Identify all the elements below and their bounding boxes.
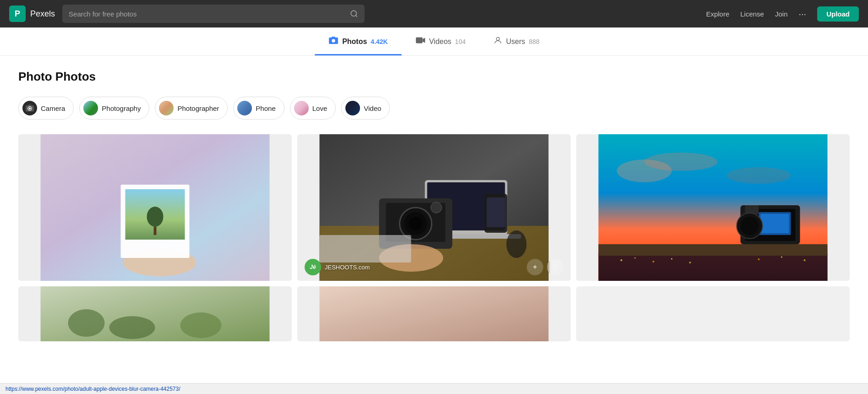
svg-point-52: [741, 217, 759, 235]
tab-users[interactable]: Users 888: [480, 27, 553, 55]
photo-card-2[interactable]: Jé JESHOOTS.com + ♡: [297, 134, 571, 281]
chip-phone-label: Phone: [256, 104, 275, 112]
chip-camera-avatar: [22, 101, 37, 115]
svg-rect-4: [332, 37, 335, 38]
users-tab-icon: [493, 36, 502, 47]
chip-phone[interactable]: Phone: [233, 97, 284, 120]
add-to-collection-button[interactable]: +: [527, 259, 543, 275]
chip-photography[interactable]: Photography: [79, 97, 149, 120]
header: P Pexels photo Explore License Join ··· …: [0, 0, 868, 27]
chip-video-label: Video: [364, 104, 381, 112]
svg-point-42: [758, 258, 760, 260]
overlay-actions: + ♡: [527, 259, 563, 275]
chip-video-avatar: [345, 101, 360, 115]
page-title: Photo Photos: [18, 70, 850, 84]
like-button[interactable]: ♡: [547, 259, 563, 275]
nav-join[interactable]: Join: [775, 10, 788, 18]
photo-card-5[interactable]: [297, 286, 571, 341]
svg-rect-5: [416, 38, 423, 44]
photographer-logo: Jé: [305, 259, 321, 275]
svg-rect-18: [154, 227, 157, 235]
chip-love-label: Love: [312, 104, 328, 112]
header-nav: Explore License Join ··· Upload: [706, 6, 859, 22]
chip-phone-avatar: [237, 101, 252, 115]
nav-license[interactable]: License: [740, 10, 764, 18]
chip-photography-avatar: [83, 101, 98, 115]
photo-image-1: [18, 134, 292, 281]
search-icon: [350, 10, 358, 18]
svg-rect-25: [487, 197, 505, 227]
svg-point-44: [804, 259, 806, 261]
videos-tab-icon: [415, 36, 426, 47]
svg-point-31: [431, 202, 442, 213]
main-content: Photo Photos Camera Photography Photogra…: [0, 56, 868, 350]
videos-tab-label: Videos: [429, 38, 452, 46]
photos-tab-label: Photos: [342, 38, 367, 46]
svg-point-3: [332, 39, 335, 42]
nav-explore[interactable]: Explore: [706, 10, 729, 18]
svg-point-58: [109, 316, 155, 339]
chip-camera[interactable]: Camera: [18, 97, 74, 120]
svg-point-37: [621, 259, 622, 261]
tab-photos[interactable]: Photos 4.42K: [315, 28, 402, 55]
svg-rect-60: [320, 286, 549, 341]
pexels-logo-icon[interactable]: P: [9, 5, 26, 22]
svg-point-55: [727, 167, 791, 184]
svg-line-1: [356, 15, 357, 16]
photo-card-3[interactable]: [576, 134, 850, 281]
svg-point-38: [634, 257, 636, 259]
photo-image-3: [576, 134, 850, 281]
svg-point-7: [496, 37, 499, 40]
bottom-photo-grid: [18, 286, 850, 341]
videos-tab-count: 104: [455, 38, 465, 45]
brand-name: Pexels: [30, 9, 55, 19]
photographer-badge: Jé JESHOOTS.com: [305, 259, 522, 275]
svg-marker-6: [422, 38, 425, 43]
users-tab-count: 888: [529, 38, 540, 45]
photo-overlay-2: Jé JESHOOTS.com + ♡: [297, 253, 571, 281]
svg-point-0: [351, 11, 356, 16]
chip-video[interactable]: Video: [341, 97, 390, 120]
svg-point-57: [68, 309, 105, 337]
svg-point-10: [29, 108, 31, 109]
photos-tab-icon: [328, 36, 338, 47]
chip-photographer-label: Photographer: [177, 104, 219, 112]
filter-chips: Camera Photography Photographer Phone Lo…: [18, 97, 850, 120]
photo-image-4: [18, 286, 292, 341]
svg-point-39: [653, 261, 655, 263]
photos-tab-count: 4.42K: [371, 38, 388, 45]
logo-area: P Pexels: [9, 5, 55, 22]
photographer-name: JESHOOTS.com: [325, 264, 370, 271]
search-button[interactable]: [350, 10, 358, 18]
chip-love-avatar: [294, 101, 309, 115]
photo-image-5: [297, 286, 571, 341]
svg-point-54: [644, 153, 718, 171]
svg-rect-11: [28, 105, 32, 106]
users-tab-label: Users: [506, 38, 525, 46]
tab-videos[interactable]: Videos 104: [402, 28, 480, 55]
photo-card-4[interactable]: [18, 286, 292, 341]
chip-photography-label: Photography: [102, 104, 141, 112]
upload-button[interactable]: Upload: [817, 6, 859, 22]
more-menu-button[interactable]: ···: [798, 9, 806, 19]
svg-point-17: [147, 207, 164, 227]
svg-point-59: [180, 312, 222, 338]
svg-point-41: [689, 262, 691, 263]
photo-card-1[interactable]: [18, 134, 292, 281]
photo-grid: Jé JESHOOTS.com + ♡: [18, 134, 850, 281]
tabs-bar: Photos 4.42K Videos 104 Users 888: [0, 27, 868, 56]
svg-point-40: [671, 258, 672, 260]
chip-photographer[interactable]: Photographer: [155, 97, 228, 120]
svg-rect-36: [599, 253, 828, 281]
search-bar: photo: [62, 5, 365, 23]
svg-rect-49: [761, 214, 789, 233]
svg-rect-45: [599, 244, 828, 256]
svg-point-30: [409, 217, 423, 230]
chip-love[interactable]: Love: [290, 97, 336, 120]
svg-point-43: [781, 257, 782, 258]
chip-photographer-avatar: [159, 101, 174, 115]
search-input[interactable]: photo: [69, 10, 350, 18]
photo-card-6-placeholder: [576, 286, 850, 341]
chip-camera-label: Camera: [41, 104, 65, 112]
